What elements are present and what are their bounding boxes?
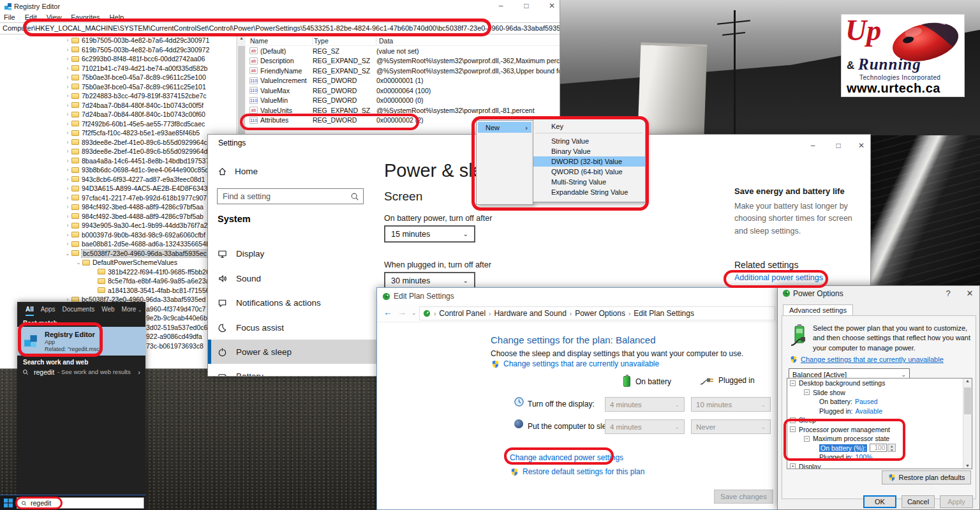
tree-item-plugged-in[interactable]: Plugged in:Available <box>787 407 972 416</box>
submenu-item[interactable]: String Value <box>533 136 645 146</box>
spinner-control[interactable]: ▲▼ <box>887 444 896 452</box>
column-header-name[interactable]: Name <box>246 37 313 45</box>
breadcrumb-item[interactable]: Edit Plan Settings <box>634 309 694 318</box>
start-button-icon[interactable] <box>4 499 13 507</box>
expander-icon[interactable]: › <box>64 121 71 127</box>
tab-advanced-settings[interactable]: Advanced settings <box>783 304 853 315</box>
scrollbar-thumb[interactable] <box>964 387 971 414</box>
forward-icon[interactable]: → <box>397 307 406 317</box>
tree-item-sleep[interactable]: +Sleep <box>787 416 972 425</box>
search-tab[interactable]: All <box>26 306 34 316</box>
registry-value-row[interactable]: FriendlyName REG_EXPAND_SZ @%SystemRoot%… <box>246 66 560 76</box>
expander-icon[interactable]: › <box>64 56 71 62</box>
additional-power-settings-link[interactable]: Additional power settings <box>734 273 823 282</box>
spin-down-icon[interactable]: ▼ <box>890 448 893 452</box>
expander-icon[interactable]: › <box>64 84 71 90</box>
expander-icon[interactable]: › <box>64 222 71 229</box>
uac-link-row[interactable]: Change settings that are currently unava… <box>491 359 659 368</box>
menu-item[interactable]: View <box>47 13 62 21</box>
tree-item-plugged-in-percent[interactable]: Plugged in:100% <box>787 453 972 462</box>
close-icon[interactable]: ✕ <box>546 1 558 10</box>
tree-item-desktop-background[interactable]: −Desktop background settings <box>787 379 972 388</box>
search-tab[interactable]: Web <box>101 306 114 315</box>
registry-key-row[interactable]: › 7b224883-b3cc-4d79-819f-8374152cbe7c <box>0 91 236 101</box>
registry-value-row[interactable]: ValueMax REG_DWORD 0x00000064 (100) <box>246 86 560 96</box>
expander-icon[interactable]: ⌄ <box>64 250 71 257</box>
registry-key-row[interactable]: › b000397d-9b0b-483d-98c9-692a6060cfbf <box>0 230 236 240</box>
expander-icon[interactable]: › <box>64 93 71 99</box>
history-chevron-icon[interactable]: ⌄ <box>412 310 417 316</box>
restore-plan-defaults-button[interactable]: Restore plan defaults <box>882 470 971 484</box>
setting-value[interactable]: Available <box>856 407 882 415</box>
registry-key-row[interactable]: › 893dee8e-2bef-41e0-89c6-b55d0929964c <box>0 138 236 147</box>
submenu-item[interactable]: DWORD (32-bit) Value <box>533 156 645 167</box>
percent-input[interactable]: 100 <box>870 444 887 452</box>
minimize-icon[interactable]: – <box>494 1 507 10</box>
change-advanced-power-settings-link[interactable]: Change advanced power settings <box>510 453 623 462</box>
plugged-screen-dropdown[interactable]: 30 minutes ⌄ <box>384 272 475 289</box>
expander-icon[interactable]: › <box>64 185 71 191</box>
collapse-icon[interactable]: − <box>790 426 796 432</box>
battery-screen-dropdown[interactable]: 15 minutes ⌄ <box>384 225 475 243</box>
expander-icon[interactable]: › <box>64 241 71 247</box>
registry-key-row[interactable]: › 75b0ae3f-bce0-45a7-8c89-c9611c25e100 <box>0 73 236 82</box>
breadcrumb[interactable]: › Control Panel › Hardware and Sound › P… <box>419 306 775 320</box>
registry-key-row[interactable]: › 984cf492-3bed-4488-a8f9-4286c97bf5aa <box>0 202 236 212</box>
expander-icon[interactable]: › <box>64 148 71 154</box>
registry-key-row[interactable]: › 94D3A615-A899-4AC5-AE2B-E4D8F634367F <box>0 184 236 193</box>
registry-key-row[interactable]: › 8baa4a8a-14c6-4451-8e8b-14bdbd197537 <box>0 156 236 166</box>
collapse-icon[interactable]: − <box>804 389 810 395</box>
expander-icon[interactable]: › <box>64 47 71 53</box>
menu-item[interactable]: Help <box>110 13 124 21</box>
scrollbar-down-icon[interactable]: ▼ <box>963 463 972 468</box>
registry-key-row[interactable]: › 7d24baa7-0b84-480f-840c-1b0743c00f60 <box>0 110 236 119</box>
close-icon[interactable]: ✕ <box>964 289 976 298</box>
find-setting-input[interactable] <box>218 192 350 201</box>
expander-icon[interactable]: › <box>64 213 71 220</box>
column-header-data[interactable]: Data <box>376 37 560 45</box>
registry-key-row[interactable]: › 97cfac41-2217-47eb-992d-618b1977c907 <box>0 193 236 203</box>
registry-value-row[interactable]: ValueIncrement REG_DWORD 0x00000001 (1) <box>246 76 560 86</box>
registry-key-row[interactable]: › bae08b81-2d5e-4688-ad6a-13243356654b <box>0 239 236 249</box>
submenu-item[interactable]: QWORD (64-bit) Value <box>533 167 645 177</box>
menu-item[interactable]: Edit <box>25 13 37 21</box>
cancel-button[interactable]: Cancel <box>902 495 935 508</box>
registry-value-row[interactable]: (Default) REG_SZ (value not set) <box>246 46 560 56</box>
tree-item-display[interactable]: +Display <box>787 462 972 470</box>
registry-key-row[interactable]: › 71021b41-c749-4d21-be74-a00f335d582b <box>0 64 236 73</box>
registry-key-row[interactable]: ⌄ bc5038f7-23e0-4960-96da-33abaf5935ec <box>0 249 236 259</box>
expander-icon[interactable]: › <box>64 195 71 201</box>
expander-icon[interactable]: ⌄ <box>75 259 82 266</box>
submenu-item[interactable]: Binary Value <box>533 146 645 156</box>
tree-scrollbar[interactable]: ▲▼ <box>963 379 972 469</box>
registry-key-row[interactable]: › 619b7505-003b-4e82-b7a6-4dd29c300972 <box>0 45 236 55</box>
collapse-icon[interactable]: − <box>804 436 810 442</box>
registry-key-row[interactable]: › 893dee8e-2bef-41e0-89c6-b55d0929964d <box>0 147 236 156</box>
display-battery-dropdown[interactable]: 4 minutes⌄ <box>605 397 685 412</box>
tree-item-on-battery[interactable]: On battery:Paused <box>787 397 972 407</box>
sleep-battery-dropdown[interactable]: 4 minutes⌄ <box>605 419 685 434</box>
back-icon[interactable]: ← <box>383 307 392 317</box>
expander-icon[interactable]: › <box>64 74 71 80</box>
submenu-item[interactable]: Multi-String Value <box>533 177 645 187</box>
expand-icon[interactable]: + <box>790 463 796 469</box>
expander-icon[interactable]: › <box>64 204 71 210</box>
registry-key-row[interactable]: a1841308-3541-4fab-bc81-f71556f20b4 <box>0 286 236 296</box>
taskbar-search-box[interactable] <box>17 497 144 509</box>
save-changes-button[interactable]: Save changes <box>714 490 773 504</box>
expander-icon[interactable]: › <box>64 65 71 71</box>
breadcrumb-item[interactable]: Hardware and Sound <box>494 309 566 318</box>
registry-key-row[interactable]: ⌄ DefaultPowerSchemeValues <box>0 258 236 267</box>
expander-icon[interactable]: › <box>64 130 71 136</box>
registry-key-row[interactable]: › 984cf492-3bed-4488-a8f9-4286c97bf5ab <box>0 212 236 221</box>
expander-icon[interactable]: › <box>64 37 71 43</box>
registry-key-row[interactable]: › 943c8cb6-6f93-4227-ad87-e9a3feec08d1 <box>0 175 236 184</box>
submenu-item[interactable]: Expandable String Value <box>533 187 645 197</box>
registry-key-row[interactable]: › 93b8b6dc-0698-4d1c-9ee4-0644e900c85d <box>0 165 236 175</box>
sidebar-item-power-sleep[interactable]: Power & sleep <box>208 340 377 364</box>
expander-icon[interactable]: › <box>64 176 71 183</box>
expand-icon[interactable]: + <box>790 417 796 423</box>
web-search-result[interactable]: regedit - See work and web results › <box>17 366 145 377</box>
registry-key-row[interactable]: › 7f2f5cfa-f10c-4823-b5e1-e93ae85f46b5 <box>0 128 236 138</box>
collapse-icon[interactable]: − <box>790 380 796 386</box>
